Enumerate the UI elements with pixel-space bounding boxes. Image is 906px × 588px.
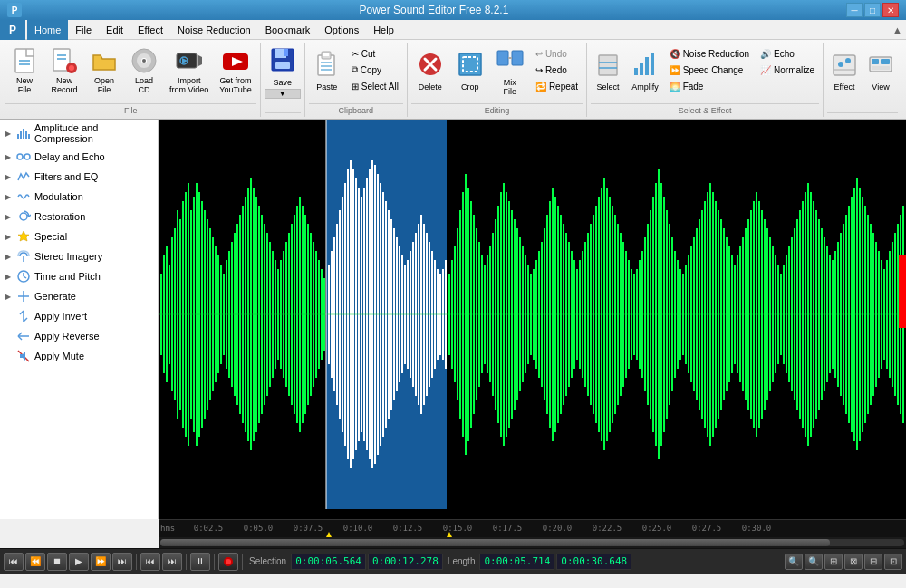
record-button[interactable] <box>218 553 238 571</box>
speed-change-button[interactable]: ⏩ Speed Change <box>665 62 754 78</box>
svg-rect-275 <box>701 210 703 419</box>
sidebar-item-apply-reverse[interactable]: Apply Reverse <box>0 326 158 346</box>
svg-rect-256 <box>650 210 651 419</box>
zoom-full-button[interactable]: ⊟ <box>864 554 882 570</box>
echo-button[interactable]: 🔊 Echo <box>756 45 819 62</box>
ruler-label-20: 0:20.0 <box>543 524 573 533</box>
menu-bookmark[interactable]: Bookmark <box>258 20 318 40</box>
effect-button[interactable]: Effect <box>827 43 862 98</box>
svg-rect-203 <box>506 192 507 437</box>
play-button[interactable]: ▶ <box>69 553 89 571</box>
view-button[interactable]: View <box>863 43 898 98</box>
svg-rect-235 <box>593 215 594 414</box>
sidebar-item-apply-mute[interactable]: Apply Mute <box>0 346 158 366</box>
pause-button[interactable]: ⏸ <box>190 553 210 571</box>
close-button[interactable]: ✕ <box>882 3 899 17</box>
sidebar-item-generate[interactable]: ▶ Generate <box>0 286 158 306</box>
new-record-button[interactable]: NewRecord <box>45 43 83 98</box>
get-youtube-button[interactable]: Get fromYouTube <box>215 43 255 98</box>
menu-noise-reduction[interactable]: Noise Reduction <box>170 20 258 40</box>
app-title: Power Sound Editor Free 8.2.1 <box>22 4 846 16</box>
sidebar-item-modulation[interactable]: ▶ Modulation <box>0 187 158 207</box>
menu-options[interactable]: Options <box>317 20 366 40</box>
zoom-out-button[interactable]: 🔍 <box>805 554 823 570</box>
window-controls: ─ □ ✕ <box>846 3 899 17</box>
svg-rect-49 <box>881 59 890 64</box>
svg-rect-244 <box>617 224 619 405</box>
menu-file[interactable]: File <box>68 20 99 40</box>
svg-rect-196 <box>487 255 488 373</box>
svg-rect-342 <box>883 269 885 360</box>
zoom-fit-button[interactable]: ⊠ <box>844 554 863 570</box>
save-dropdown[interactable]: ▼ <box>265 89 301 99</box>
sidebar-item-apply-invert[interactable]: Apply Invert <box>0 306 158 326</box>
svg-rect-309 <box>794 228 795 400</box>
sidebar-item-time-pitch[interactable]: ▶ Time and Pitch <box>0 266 158 286</box>
amplify-button[interactable]: Amplify <box>627 43 663 98</box>
menu-help[interactable]: Help <box>366 20 401 40</box>
go-end-button[interactable]: ⏭ <box>112 553 132 571</box>
scrollbar-track[interactable] <box>160 539 904 546</box>
sidebar-item-filters[interactable]: ▶ Filters and EQ <box>0 167 158 187</box>
stop-button[interactable]: ⏹ <box>47 553 67 571</box>
import-video-button[interactable]: Importfrom Video <box>165 43 213 98</box>
svg-rect-209 <box>522 246 524 382</box>
noise-reduction-button[interactable]: 🔇 Noise Reduction <box>665 45 754 62</box>
ruler-label-hms: hms <box>160 524 175 533</box>
ribbon-group-select-effect: Select Amplify 🔇 Noise Reduction ⏩ Speed… <box>587 43 824 117</box>
stereo-icon <box>16 249 31 264</box>
sidebar-item-special[interactable]: ▶ Special <box>0 227 158 246</box>
go-start-button[interactable]: ⏮ <box>4 553 24 571</box>
cut-label: Cut <box>361 49 376 59</box>
svg-rect-265 <box>674 251 676 378</box>
menu-effect[interactable]: Effect <box>130 20 170 40</box>
minimize-button[interactable]: ─ <box>846 3 863 17</box>
load-cd-button[interactable]: LoadCD <box>125 43 163 98</box>
zoom-in-button[interactable]: 🔍 <box>785 554 803 570</box>
menu-collapse[interactable]: ▲ <box>892 24 906 35</box>
paste-button[interactable]: Paste <box>309 43 345 98</box>
play-next-button[interactable]: ⏩ <box>91 553 111 571</box>
mix-file-button[interactable]: MixFile <box>491 43 529 98</box>
delete-button[interactable]: Delete <box>411 43 449 98</box>
zoom-selection-button[interactable]: ⊞ <box>824 554 843 570</box>
sidebar-item-amplitude[interactable]: ▶ Amplitude and Compression <box>0 120 158 147</box>
fade-button[interactable]: 🌅 Fade <box>665 78 754 94</box>
menu-home[interactable]: Home <box>27 20 68 40</box>
play-prev-button[interactable]: ⏪ <box>25 553 45 571</box>
svg-rect-334 <box>862 197 863 432</box>
waveform-area[interactable] <box>159 120 906 519</box>
length-label: Length <box>448 556 476 566</box>
select-button[interactable]: Select <box>591 43 625 98</box>
svg-rect-242 <box>612 206 613 423</box>
svg-rect-270 <box>688 255 689 373</box>
normalize-button[interactable]: 📈 Normalize <box>756 62 819 78</box>
new-file-button[interactable]: NewFile <box>5 43 43 98</box>
zoom-reset-button[interactable]: ⊡ <box>884 554 902 570</box>
svg-rect-51 <box>17 134 19 139</box>
undo-button[interactable]: ↩ Undo <box>531 45 583 62</box>
sidebar-item-restoration[interactable]: ▶ Restoration <box>0 207 158 227</box>
svg-rect-24 <box>323 53 329 56</box>
copy-button[interactable]: ⧉ Copy <box>347 62 403 78</box>
menu-edit[interactable]: Edit <box>99 20 130 40</box>
open-file-button[interactable]: OpenFile <box>85 43 123 98</box>
redo-button[interactable]: ↪ Redo <box>531 62 583 78</box>
sidebar-item-delay[interactable]: ▶ Delay and Echo <box>0 147 158 167</box>
maximize-button[interactable]: □ <box>864 3 881 17</box>
select-all-button[interactable]: ⊞ Select All <box>347 78 403 94</box>
svg-rect-295 <box>756 192 757 437</box>
save-button[interactable]: Save ▼ <box>265 43 301 98</box>
cut-button[interactable]: ✂ Cut <box>347 45 403 62</box>
repeat-button[interactable]: 🔁 Repeat <box>531 78 583 94</box>
arrow-icon: ▶ <box>5 253 11 261</box>
scrollbar-thumb[interactable] <box>160 539 830 546</box>
loop-start-button[interactable]: ⏮ <box>140 553 160 571</box>
svg-rect-189 <box>467 188 469 441</box>
crop-button[interactable]: Crop <box>451 43 489 98</box>
main-area: ▶ Amplitude and Compression ▶ Delay and … <box>0 120 906 519</box>
loop-end-button[interactable]: ⏭ <box>162 553 182 571</box>
svg-point-56 <box>17 154 23 159</box>
sidebar-item-stereo[interactable]: ▶ Stereo Imagery <box>0 246 158 266</box>
save-group-label <box>265 112 301 117</box>
